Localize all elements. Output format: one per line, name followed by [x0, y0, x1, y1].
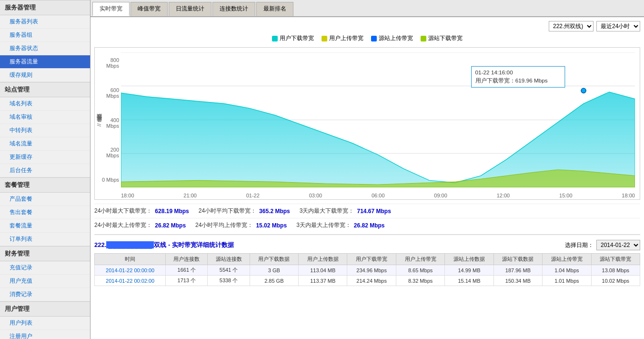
col-src-ul-data: 源站上传数据: [445, 254, 493, 265]
stat-max-ul-3d: 3天内最大上传带宽： 26.82 Mbps: [296, 221, 384, 229]
bandwidth-chart: 流量/带宽/连接数 800 Mbps 600 Mbps 400 Mbps 200…: [94, 47, 640, 200]
col-src-dl-bw: 源站下载带宽: [591, 254, 640, 265]
tab-峰值带宽[interactable]: 峰值带宽: [131, 2, 168, 16]
content-area: 222.州双线) 最近24小时 用户下载带宽用户上传带宽源站上传带宽源站下载带宽…: [91, 17, 644, 339]
time-range-dropdown[interactable]: 最近24小时: [596, 21, 640, 31]
col-user-ul-bw: 用户上传带宽: [396, 254, 444, 265]
tab-最新排名[interactable]: 最新排名: [256, 2, 293, 16]
stat-max-dl-3d: 3天内最大下载带宽： 714.67 Mbps: [300, 207, 391, 215]
detail-title: 222.██████████双线 - 实时带宽详细统计数据: [94, 241, 234, 249]
sidebar-item-后台任务[interactable]: 后台任务: [0, 164, 90, 177]
stat-max-dl-24h: 24小时最大下载带宽： 628.19 Mbps: [94, 207, 189, 215]
legend-用户下载带宽: 用户下载带宽: [272, 34, 314, 42]
legend-源站下载带宽: 源站下载带宽: [421, 34, 463, 42]
svg-text:01-22 14:16:00: 01-22 14:16:00: [475, 69, 513, 75]
stats-section: 24小时最大下载带宽： 628.19 Mbps 24小时平均下载带宽： 365.…: [94, 204, 640, 215]
sidebar-item-注册用户[interactable]: 注册用户: [0, 330, 90, 339]
server-dropdown[interactable]: 222.州双线): [549, 21, 594, 31]
col-user-dl-data: 用户下载数据: [250, 254, 298, 265]
col-user-ul-data: 用户上传数据: [299, 254, 347, 265]
sidebar-item-服务器列表[interactable]: 服务器列表: [0, 15, 90, 29]
date-dropdown[interactable]: 2014-01-22: [596, 240, 640, 250]
svg-text:用户下载带宽：619.96 Mbps: 用户下载带宽：619.96 Mbps: [475, 77, 548, 83]
stat-avg-ul-24h: 24小时平均上传带宽： 15.02 Mbps: [195, 221, 287, 229]
chart-legend: 用户下载带宽用户上传带宽源站上传带宽源站下载带宽: [272, 34, 463, 42]
section-divider: [94, 234, 640, 235]
main-content: 实时带宽峰值带宽日流量统计连接数统计最新排名 222.州双线) 最近24小时 用…: [91, 0, 644, 339]
tab-连接数统计[interactable]: 连接数统计: [212, 2, 255, 16]
col-user-dl-bw: 用户下载带宽: [347, 254, 396, 265]
x-axis-labels: 18:00 21:00 01-22 03:00 06:00 09:00 12:0…: [121, 193, 635, 198]
sidebar-item-中转列表[interactable]: 中转列表: [0, 124, 90, 137]
sidebar-item-域名流量[interactable]: 域名流量: [0, 137, 90, 151]
sidebar-group-用户管理: 用户管理: [0, 301, 90, 317]
sidebar-item-套餐流量[interactable]: 套餐流量: [0, 219, 90, 233]
chart-header: 222.州双线) 最近24小时: [94, 21, 640, 31]
sidebar-item-售出套餐[interactable]: 售出套餐: [0, 206, 90, 219]
data-table-container: 时间 用户连接数 源站连接数 用户下载数据 用户上传数据 用户下载带宽 用户上传…: [94, 253, 640, 286]
stat-max-ul-24h: 24小时最大上传带宽： 26.82 Mbps: [94, 221, 186, 229]
sidebar-item-产品套餐[interactable]: 产品套餐: [0, 193, 90, 206]
legend-源站上传带宽: 源站上传带宽: [371, 34, 413, 42]
col-src-ul-bw: 源站上传带宽: [543, 254, 591, 265]
tab-实时带宽[interactable]: 实时带宽: [92, 2, 130, 16]
table-row: 2014-01-22 00:02:001713 个5338 个2.85 GB11…: [95, 276, 640, 286]
legend-用户上传带宽: 用户上传带宽: [322, 34, 363, 42]
svg-point-7: [581, 88, 586, 93]
sidebar-item-用户列表[interactable]: 用户列表: [0, 317, 90, 330]
sidebar-item-订单列表[interactable]: 订单列表: [0, 233, 90, 246]
sidebar-item-域名列表[interactable]: 域名列表: [0, 97, 90, 111]
data-table: 时间 用户连接数 源站连接数 用户下载数据 用户上传数据 用户下载带宽 用户上传…: [94, 253, 640, 286]
table-row: 2014-01-22 00:00:001661 个5541 个3 GB113.0…: [95, 265, 640, 276]
sidebar-item-服务器组[interactable]: 服务器组: [0, 29, 90, 42]
sidebar-item-用户充值[interactable]: 用户充值: [0, 275, 90, 288]
y-axis-values: 800 Mbps 600 Mbps 400 Mbps 200 Mbps 0 Mb…: [100, 52, 121, 187]
sidebar-item-充值记录[interactable]: 充值记录: [0, 261, 90, 275]
tab-bar: 实时带宽峰值带宽日流量统计连接数统计最新排名: [91, 0, 644, 17]
stats-section-2: 24小时最大上传带宽： 26.82 Mbps 24小时平均上传带宽： 15.02…: [94, 218, 640, 229]
col-src-dl-data: 源站下载数据: [493, 254, 542, 265]
server-selector: 222.州双线) 最近24小时: [549, 21, 640, 31]
chart-svg: 01-22 14:16:00 用户下载带宽：619.96 Mbps: [121, 52, 635, 187]
sidebar-group-站点管理: 站点管理: [0, 82, 90, 97]
sidebar: 服务器管理服务器列表服务器组服务器状态服务器流量缓存规则站点管理域名列表域名审核…: [0, 0, 91, 339]
col-time: 时间: [95, 254, 166, 265]
sidebar-group-套餐管理: 套餐管理: [0, 177, 90, 193]
tab-日流量统计[interactable]: 日流量统计: [169, 2, 211, 16]
sidebar-item-域名审核[interactable]: 域名审核: [0, 111, 90, 124]
sidebar-item-消费记录[interactable]: 消费记录: [0, 288, 90, 301]
detail-header: 222.██████████双线 - 实时带宽详细统计数据 选择日期： 2014…: [94, 240, 640, 250]
sidebar-item-服务器流量[interactable]: 服务器流量: [0, 55, 90, 69]
sidebar-item-缓存规则[interactable]: 缓存规则: [0, 69, 90, 82]
date-selector: 选择日期： 2014-01-22: [565, 240, 640, 250]
sidebar-group-财务管理: 财务管理: [0, 246, 90, 261]
sidebar-item-更新缓存[interactable]: 更新缓存: [0, 151, 90, 164]
col-user-conn: 用户连接数: [166, 254, 208, 265]
sidebar-group-服务器管理: 服务器管理: [0, 0, 90, 15]
stat-avg-dl-24h: 24小时平均下载带宽： 365.2 Mbps: [199, 207, 290, 215]
col-src-conn: 源站连接数: [208, 254, 250, 265]
sidebar-item-服务器状态[interactable]: 服务器状态: [0, 42, 90, 55]
